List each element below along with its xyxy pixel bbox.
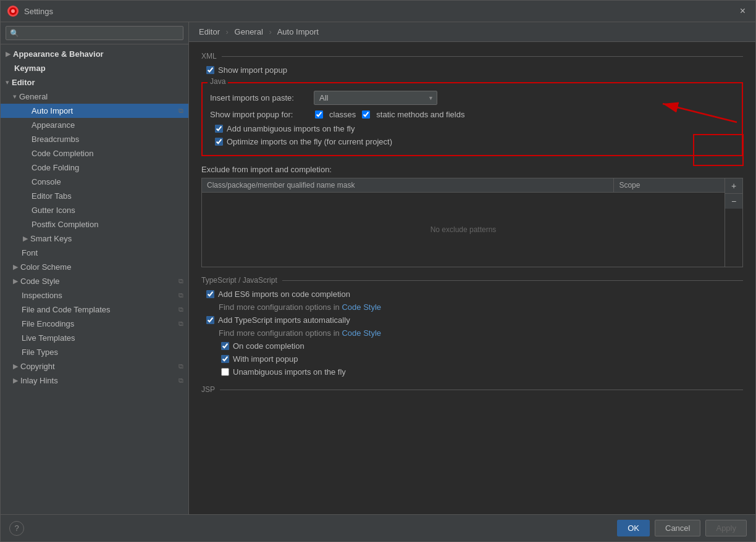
add-unambiguous-checkbox[interactable] (215, 125, 223, 133)
xml-show-popup-checkbox[interactable] (206, 66, 214, 74)
breadcrumb-sep1: › (226, 27, 229, 36)
sidebar-item-general[interactable]: ▾ General (1, 90, 188, 104)
sidebar-item-copyright[interactable]: ▶ Copyright ⧉ (1, 359, 188, 373)
sidebar-item-breadcrumbs[interactable]: Breadcrumbs (1, 132, 188, 146)
sidebar-item-editor-tabs[interactable]: Editor Tabs (1, 189, 188, 203)
search-input[interactable] (22, 28, 179, 38)
sidebar-item-font[interactable]: Font (1, 246, 188, 260)
sidebar-item-label: Auto Import (32, 106, 73, 115)
sidebar-item-editor[interactable]: ▾ Editor (1, 75, 188, 90)
sidebar-item-console[interactable]: Console (1, 175, 188, 189)
code-style-link2[interactable]: Code Style (342, 328, 381, 338)
sidebar-item-smart-keys[interactable]: ▶ Smart Keys (1, 231, 188, 246)
sidebar-item-code-folding[interactable]: Code Folding (1, 161, 188, 175)
svg-point-2 (11, 9, 15, 13)
table-header: Class/package/member qualified name mask… (202, 178, 724, 193)
add-ts-row: Add TypeScript imports automatically (201, 315, 743, 325)
sidebar-item-label: Code Folding (32, 163, 79, 172)
breadcrumb: Editor › General › Auto Import (189, 22, 755, 42)
optimize-imports-checkbox[interactable] (215, 138, 223, 146)
close-button[interactable]: × (736, 4, 749, 18)
copy-icon: ⧉ (178, 306, 183, 314)
sidebar-item-inlay-hints[interactable]: ▶ Inlay Hints ⧉ (1, 373, 188, 388)
sidebar-item-file-types[interactable]: File Types (1, 345, 188, 359)
arrow-icon: ▶ (13, 362, 18, 370)
jsp-section-label: JSP (201, 385, 743, 394)
sidebar-item-label: Editor Tabs (32, 191, 72, 201)
arrow-icon: ▶ (13, 263, 18, 271)
on-code-completion-checkbox[interactable] (221, 342, 229, 350)
sidebar-item-label: Inspections (22, 291, 62, 300)
insert-imports-select[interactable]: All Ask None (314, 91, 437, 105)
optimize-imports-row: Optimize imports on the fly (for current… (210, 137, 734, 146)
help-button[interactable]: ? (9, 521, 24, 536)
sidebar-item-label: Color Scheme (20, 262, 71, 272)
content-area: 🔍 ▶ Appearance & Behavior Keymap ▾ Edito… (1, 22, 755, 514)
ts-section: TypeScript / JavaScript Add ES6 imports … (201, 276, 743, 377)
sidebar-item-label: File Types (22, 348, 58, 357)
optimize-imports-label: Optimize imports on the fly (for current… (227, 137, 392, 146)
unambiguous-checkbox[interactable] (221, 368, 229, 376)
sidebar-item-label: Console (32, 177, 61, 186)
sidebar-item-keymap[interactable]: Keymap (1, 61, 188, 75)
on-code-completion-row: On code completion (201, 341, 743, 351)
col-name-header: Class/package/member qualified name mask (202, 178, 614, 192)
unambiguous-label: Unambiguous imports on the fly (233, 367, 346, 377)
sidebar-item-postfix-completion[interactable]: Postfix Completion (1, 217, 188, 231)
exclude-label: Exclude from import and completion: (201, 165, 743, 174)
sidebar-item-file-encodings[interactable]: File Encodings ⧉ (1, 317, 188, 331)
apply-button[interactable]: Apply (705, 520, 747, 536)
sidebar-item-appearance-behavior[interactable]: ▶ Appearance & Behavior (1, 47, 188, 61)
add-unambiguous-row: Add unambiguous imports on the fly (210, 124, 734, 133)
find-more-es6-row: Find more configuration options in Code … (201, 302, 743, 312)
copy-icon: ⧉ (178, 107, 183, 115)
sidebar-item-label: General (19, 92, 48, 101)
show-import-popup-label: Show import popup for: (210, 110, 309, 119)
sidebar-item-appearance[interactable]: Appearance (1, 118, 188, 132)
arrow-icon: ▶ (23, 235, 28, 243)
with-import-popup-row: With import popup (201, 354, 743, 364)
sidebar-item-code-completion[interactable]: Code Completion (1, 146, 188, 161)
unambiguous-row: Unambiguous imports on the fly (201, 367, 743, 377)
code-style-link1[interactable]: Code Style (342, 302, 381, 312)
java-static-checkbox[interactable] (362, 110, 370, 119)
search-wrap: 🔍 (6, 26, 183, 40)
bottom-bar: ? OK Cancel Apply (1, 514, 755, 541)
sidebar-item-label: Gutter Icons (32, 206, 75, 215)
add-es6-row: Add ES6 imports on code completion (201, 290, 743, 299)
sidebar-item-label: File Encodings (22, 319, 74, 328)
copy-icon: ⧉ (178, 277, 183, 285)
find-more-es6-text: Find more configuration options in (219, 302, 340, 312)
add-ts-checkbox[interactable] (206, 316, 214, 324)
copy-icon: ⧉ (178, 377, 183, 385)
java-classes-checkbox[interactable] (315, 110, 323, 119)
app-icon (7, 5, 19, 17)
find-more-ts-row: Find more configuration options in Code … (201, 328, 743, 338)
exclude-section: Exclude from import and completion: Clas… (201, 165, 743, 267)
sidebar-item-code-style[interactable]: ▶ Code Style ⧉ (1, 274, 188, 288)
sidebar-item-inspections[interactable]: Inspections ⧉ (1, 288, 188, 302)
ok-button[interactable]: OK (617, 520, 650, 536)
copy-icon: ⧉ (178, 320, 183, 328)
add-row-button[interactable]: + (725, 178, 742, 194)
ts-section-label: TypeScript / JavaScript (201, 276, 743, 285)
breadcrumb-editor: Editor (199, 27, 220, 36)
copy-icon: ⧉ (178, 362, 183, 370)
sidebar-item-live-templates[interactable]: Live Templates (1, 331, 188, 345)
remove-row-button[interactable]: − (725, 194, 742, 209)
java-section: Java Insert imports on paste: All Ask No… (201, 82, 743, 156)
sidebar-item-file-code-templates[interactable]: File and Code Templates ⧉ (1, 302, 188, 317)
arrow-icon: ▶ (13, 277, 18, 285)
arrow-icon: ▶ (6, 50, 10, 58)
add-es6-checkbox[interactable] (206, 290, 214, 298)
show-import-popup-row: Show import popup for: classes static me… (210, 110, 734, 119)
sidebar: 🔍 ▶ Appearance & Behavior Keymap ▾ Edito… (1, 22, 189, 514)
nav-tree: ▶ Appearance & Behavior Keymap ▾ Editor … (1, 44, 188, 514)
sidebar-item-color-scheme[interactable]: ▶ Color Scheme (1, 260, 188, 274)
sidebar-item-label: Code Completion (32, 149, 93, 158)
find-more-ts-text: Find more configuration options in (219, 328, 340, 338)
sidebar-item-auto-import[interactable]: Auto Import ⧉ (1, 104, 188, 118)
cancel-button[interactable]: Cancel (655, 520, 700, 536)
with-import-popup-checkbox[interactable] (221, 355, 229, 363)
sidebar-item-gutter-icons[interactable]: Gutter Icons (1, 203, 188, 217)
